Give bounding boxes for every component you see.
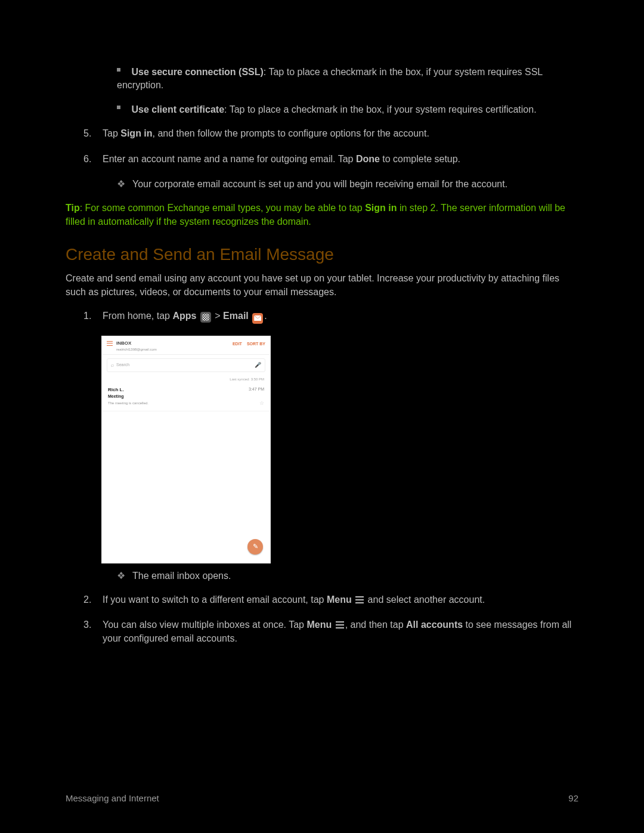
step-6-result: ❖Your corporate email account is set up … [117,178,578,191]
step-5-post: , and then follow the prompts to configu… [153,128,429,138]
mock-inbox-label: INBOX [116,340,157,346]
diamond-bullet-icon: ❖ [117,178,125,191]
bullet-ssl: Use secure connection (SSL): Tap to plac… [117,66,578,92]
tip-pre: : For some common Exchange email types, … [80,203,365,213]
step-6: 6. Enter an account name and a name for … [83,153,578,166]
mock-last-sync: Last synced: 3:50 PM [102,376,270,384]
step-6-post: to complete setup. [380,154,460,164]
step-b1-apps: Apps [172,311,196,321]
email-app-screenshot: INBOX realrichl1398@gmail.com EDIT SORT … [101,336,271,563]
step-b1-result-text: The email inbox opens. [132,571,231,581]
apps-icon [200,312,211,323]
step-b2-pre: If you want to switch to a different ema… [103,594,327,605]
footer-page-number: 92 [568,792,578,804]
section-title: Create and Send an Email Message [66,243,578,266]
tip-label: Tip [66,203,80,213]
hamburger-menu-icon[interactable] [107,341,113,346]
mock-email-item[interactable]: Rich L. 3:47 PM Meeting The meeting is c… [102,384,270,411]
intro-paragraph: Create and send email using any account … [66,272,578,299]
mock-header: INBOX realrichl1398@gmail.com EDIT SORT … [102,336,270,355]
tip-paragraph: Tip: For some common Exchange email type… [66,202,578,228]
email-icon [252,313,263,324]
mock-edit-button[interactable]: EDIT [233,341,242,347]
step-b1-number: 1. [83,309,95,324]
menu-icon [355,596,364,603]
step-b3-pre: You can also view multiple inboxes at on… [103,620,306,630]
step-b1-gt: > [215,311,223,321]
square-bullet-icon [117,106,120,109]
step-6-bold: Done [356,154,380,164]
bullet-cert: Use client certificate: Tap to place a c… [117,103,578,116]
step-6-number: 6. [83,153,95,166]
footer-left: Messaging and Internet [66,792,159,804]
bullet-cert-text: : Tap to place a checkmark in the box, i… [224,104,537,114]
mock-sort-button[interactable]: SORT BY [247,341,265,347]
step-b1-result: ❖The email inbox opens. [117,569,578,583]
step-b1-period: . [264,311,267,321]
step-6-result-text: Your corporate email account is set up a… [132,179,507,189]
tip-bold: Sign in [365,203,397,213]
step-5-bold: Sign in [120,128,152,138]
mic-icon[interactable]: 🎤 [255,361,261,369]
step-6-pre: Enter an account name and a name for out… [103,154,356,164]
step-5-number: 5. [83,127,95,140]
mock-account-email: realrichl1398@gmail.com [116,347,157,352]
page-footer: Messaging and Internet 92 [66,792,578,804]
step-b2-bold: Menu [327,594,352,605]
page: Use secure connection (SSL): Tap to plac… [0,0,644,833]
mock-subject: Meeting [108,394,264,400]
diamond-bullet-icon: ❖ [117,569,125,583]
mock-sender: Rich L. [108,386,124,393]
star-icon[interactable]: ☆ [259,400,264,407]
content-area: Use secure connection (SSL): Tap to plac… [0,0,644,645]
step-b3-bold1: Menu [306,620,332,630]
step-b2-post: and select another account. [365,594,485,605]
mock-preview: The meeting is cancelled. [108,401,148,405]
step-b1-email: Email [223,311,249,321]
mock-search-placeholder: Search [111,361,129,369]
mock-time: 3:47 PM [249,386,264,393]
step-b2-number: 2. [83,593,95,606]
step-b1-pre: From home, tap [103,311,172,321]
bullet-ssl-bold: Use secure connection (SSL) [131,67,263,77]
mock-search-field[interactable]: Search 🎤 [107,358,265,372]
mock-header-actions: EDIT SORT BY [233,341,265,347]
step-b3-mid: , and then tap [345,620,406,630]
step-5-pre: Tap [103,128,120,138]
step-b3-bold2: All accounts [406,620,463,630]
step-b2: 2. If you want to switch to a different … [83,593,578,606]
step-b3-number: 3. [83,618,95,645]
menu-icon [336,621,344,628]
step-b1: 1. From home, tap Apps > Email . [83,309,578,324]
step-b3: 3. You can also view multiple inboxes at… [83,618,578,645]
mock-header-left: INBOX realrichl1398@gmail.com [107,340,157,352]
step-5: 5. Tap Sign in, and then follow the prom… [83,127,578,140]
compose-fab-button[interactable]: ✎ [247,539,263,555]
bullet-cert-bold: Use client certificate [131,104,224,114]
square-bullet-icon [117,68,120,72]
